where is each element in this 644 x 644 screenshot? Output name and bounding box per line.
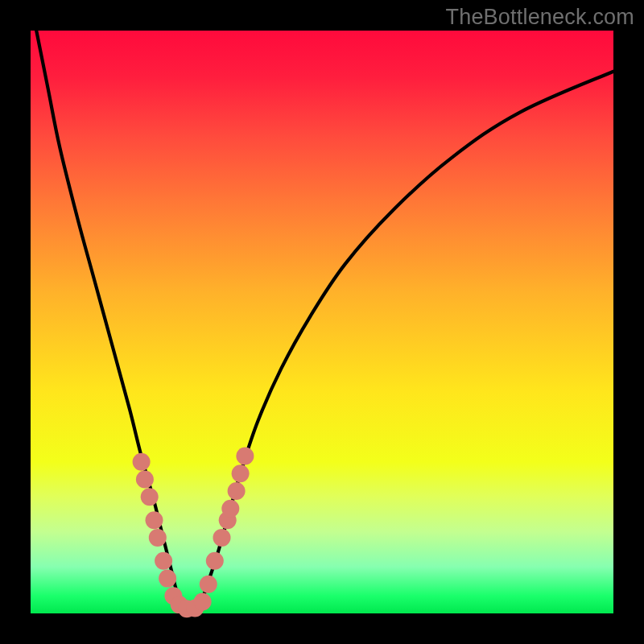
data-marker	[136, 471, 154, 489]
data-marker	[232, 464, 250, 482]
data-marker	[141, 488, 159, 506]
data-marker	[159, 570, 176, 588]
watermark-text: TheBottleneck.com	[445, 5, 634, 30]
curve-layer	[36, 31, 613, 611]
data-marker	[221, 500, 239, 518]
marker-layer	[133, 448, 254, 618]
data-marker	[149, 529, 167, 547]
data-marker	[228, 482, 246, 500]
chart-plot-area	[31, 31, 613, 613]
data-marker	[155, 552, 172, 570]
chart-svg	[31, 31, 613, 613]
data-marker	[236, 448, 254, 465]
data-marker	[133, 453, 151, 471]
data-marker	[194, 593, 212, 611]
data-marker	[206, 552, 224, 570]
data-marker	[213, 529, 231, 547]
chart-frame: TheBottleneck.com	[0, 0, 644, 644]
data-marker	[200, 576, 217, 593]
data-marker	[146, 511, 163, 529]
bottleneck-curve	[36, 31, 613, 611]
